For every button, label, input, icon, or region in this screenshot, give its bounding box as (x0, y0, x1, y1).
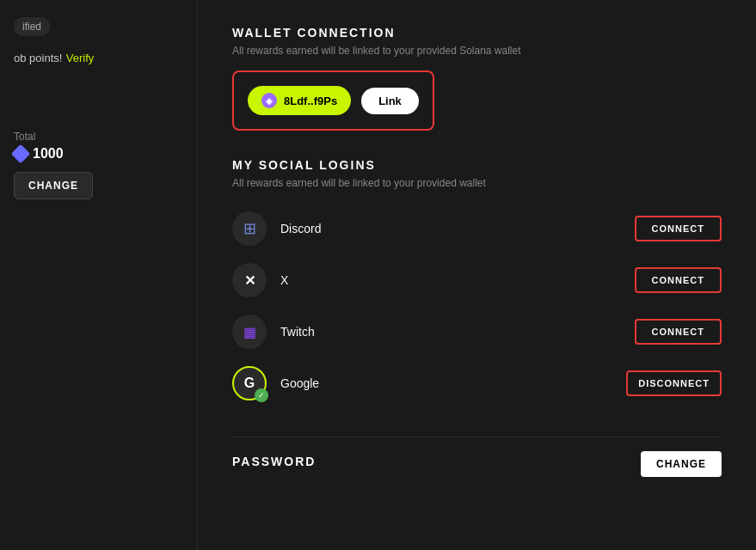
google-icon-wrapper: G ✓ (232, 366, 267, 400)
social-logins-section: MY SOCIAL LOGINS All rewards earned will… (232, 158, 722, 409)
social-item-twitch-left: ▦ Twitch (232, 315, 315, 349)
social-item-x: ✕ X CONNECT (232, 254, 722, 306)
social-item-discord: ⊞ Discord CONNECT (232, 203, 722, 254)
x-label: X (280, 273, 288, 287)
discord-label: Discord (280, 222, 321, 235)
sidebar-total-value: 1000 (14, 146, 183, 162)
gem-icon (11, 144, 31, 164)
social-section-title: MY SOCIAL LOGINS (232, 158, 722, 172)
wallet-address-button[interactable]: 8Ldf..f9Ps (248, 86, 351, 115)
social-item-x-left: ✕ X (232, 263, 288, 297)
discord-connect-button[interactable]: CONNECT (635, 216, 722, 241)
twitch-icon: ▦ (243, 324, 256, 340)
social-item-twitch: ▦ Twitch CONNECT (232, 306, 722, 358)
sidebar-total-number: 1000 (33, 146, 64, 162)
discord-icon: ⊞ (243, 219, 256, 238)
discord-icon-circle: ⊞ (232, 211, 267, 246)
wallet-section-title: WALLET CONNECTION (232, 26, 722, 40)
sidebar-change-button[interactable]: CHANGE (14, 172, 93, 199)
wallet-section-subtitle: All rewards earned will be linked to you… (232, 45, 722, 57)
social-section-subtitle: All rewards earned will be linked to you… (232, 177, 722, 189)
google-label: Google (280, 376, 319, 390)
sidebar-points-text: ob points! (14, 52, 62, 64)
social-item-google: G ✓ Google DISCONNECT (232, 358, 722, 409)
sidebar-verify-link[interactable]: Verify (66, 52, 95, 64)
wallet-connection-box: 8Ldf..f9Ps Link (232, 70, 434, 131)
twitch-connect-button[interactable]: CONNECT (635, 319, 722, 345)
x-connect-button[interactable]: CONNECT (635, 267, 722, 293)
sidebar-points-area: ob points! Verify (14, 50, 183, 65)
x-icon: ✕ (244, 272, 255, 289)
sidebar: ified ob points! Verify Total 1000 CHANG… (0, 0, 198, 550)
sidebar-total-label: Total (14, 131, 183, 143)
password-section: PASSWORD CHANGE (232, 437, 722, 477)
wallet-connection-section: WALLET CONNECTION All rewards earned wil… (232, 26, 722, 158)
password-section-title: PASSWORD (232, 455, 316, 468)
google-disconnect-button[interactable]: DISCONNECT (626, 370, 722, 396)
twitch-icon-circle: ▦ (232, 315, 267, 349)
google-checkmark-badge: ✓ (255, 388, 268, 402)
social-item-google-left: G ✓ Google (232, 366, 319, 400)
twitch-label: Twitch (280, 325, 315, 339)
wallet-address-text: 8Ldf..f9Ps (284, 95, 337, 107)
wallet-icon (261, 93, 277, 108)
password-change-button[interactable]: CHANGE (641, 451, 722, 477)
wallet-link-button[interactable]: Link (361, 88, 419, 114)
sidebar-total-section: Total 1000 CHANGE (14, 131, 183, 199)
main-content: WALLET CONNECTION All rewards earned wil… (198, 0, 756, 550)
sidebar-verified-badge: ified (14, 17, 50, 36)
x-icon-circle: ✕ (232, 263, 267, 297)
social-item-discord-left: ⊞ Discord (232, 211, 321, 246)
